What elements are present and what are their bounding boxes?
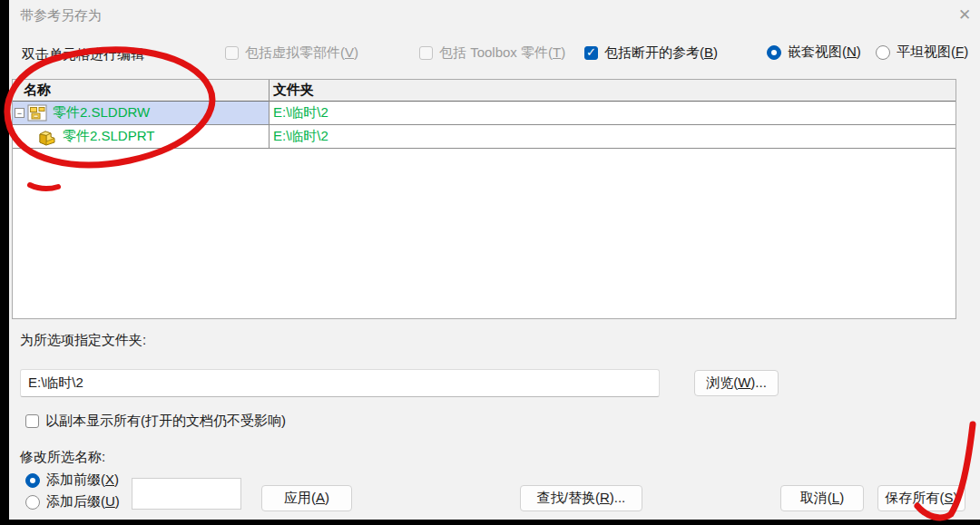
radio-dot [25, 495, 40, 510]
checkbox-include-broken[interactable]: 包括断开的参考(B) [584, 44, 718, 62]
checkbox-box [419, 46, 433, 60]
references-table: 名称 文件夹 − 零件2.SLDDRW E:\临时\2 [12, 79, 956, 319]
close-icon[interactable]: ✕ [955, 5, 975, 24]
checkbox-label: 以副本显示所有(打开的文档仍不受影响) [45, 413, 286, 430]
radio-dot-selected [25, 473, 40, 488]
table-row[interactable]: 零件2.SLDPRT E:\临时\2 [13, 125, 956, 149]
name-cell[interactable]: − 零件2.SLDDRW [13, 102, 269, 124]
checkbox-label: 包括断开的参考(B) [604, 44, 718, 62]
save-as-with-references-dialog: 带参考另存为 ✕ 双击单元格进行编辑 包括虚拟零部件(V) 包括 Toolbox… [9, 0, 980, 520]
browse-button[interactable]: 浏览(W)... [694, 370, 779, 396]
folder-section-label: 为所选项指定文件夹: [20, 332, 146, 349]
radio-flat-view[interactable]: 平坦视图(F) [876, 44, 968, 61]
folder-path[interactable]: E:\临时\2 [273, 128, 328, 145]
tree-collapse-icon[interactable]: − [15, 108, 24, 118]
folder-path[interactable]: E:\临时\2 [273, 104, 328, 122]
radio-label: 平坦视图(F) [897, 44, 968, 61]
radio-label: 添加后缀(U) [46, 493, 120, 510]
apply-button[interactable]: 应用(A) [261, 485, 352, 511]
find-replace-button[interactable]: 查找/替换(R)... [520, 485, 642, 511]
cancel-button[interactable]: 取消(L) [780, 485, 864, 511]
save-all-button[interactable]: 保存所有(S) [877, 485, 965, 511]
checkbox-box [225, 46, 239, 60]
dialog-title: 带参考另存为 [20, 7, 102, 24]
table-row[interactable]: − 零件2.SLDDRW E:\临时\2 [13, 102, 956, 125]
radio-add-suffix[interactable]: 添加后缀(U) [25, 493, 120, 510]
name-cell[interactable]: 零件2.SLDPRT [13, 125, 269, 148]
radio-nested-view[interactable]: 嵌套视图(N) [767, 44, 861, 61]
folder-path-input[interactable] [20, 369, 660, 397]
radio-label: 嵌套视图(N) [788, 44, 861, 61]
file-name: 零件2.SLDPRT [63, 128, 154, 145]
file-name: 零件2.SLDDRW [53, 104, 150, 122]
checkbox-include-virtual[interactable]: 包括虚拟零部件(V) [225, 44, 358, 62]
column-header-folder[interactable]: 文件夹 [273, 82, 314, 99]
part-document-icon [36, 127, 57, 147]
prefix-input[interactable] [132, 478, 241, 510]
radio-dot [876, 45, 890, 60]
checkbox-label: 包括虚拟零部件(V) [245, 44, 358, 62]
radio-dot-selected [767, 45, 781, 60]
table-header: 名称 文件夹 [13, 80, 956, 102]
column-header-name[interactable]: 名称 [24, 82, 51, 99]
edit-hint-label: 双击单元格进行编辑 [22, 46, 144, 63]
checkbox-label: 包括 Toolbox 零件(T) [439, 44, 565, 62]
checkbox-include-toolbox[interactable]: 包括 Toolbox 零件(T) [419, 44, 565, 62]
radio-label: 添加前缀(X) [46, 472, 119, 489]
radio-add-prefix[interactable]: 添加前缀(X) [25, 472, 119, 489]
drawing-document-icon [27, 104, 47, 122]
checkbox-box [25, 414, 39, 428]
checkbox-box-checked [584, 46, 598, 60]
checkbox-save-as-copy[interactable]: 以副本显示所有(打开的文档仍不受影响) [25, 413, 286, 430]
rename-section-label: 修改所选名称: [20, 449, 105, 466]
